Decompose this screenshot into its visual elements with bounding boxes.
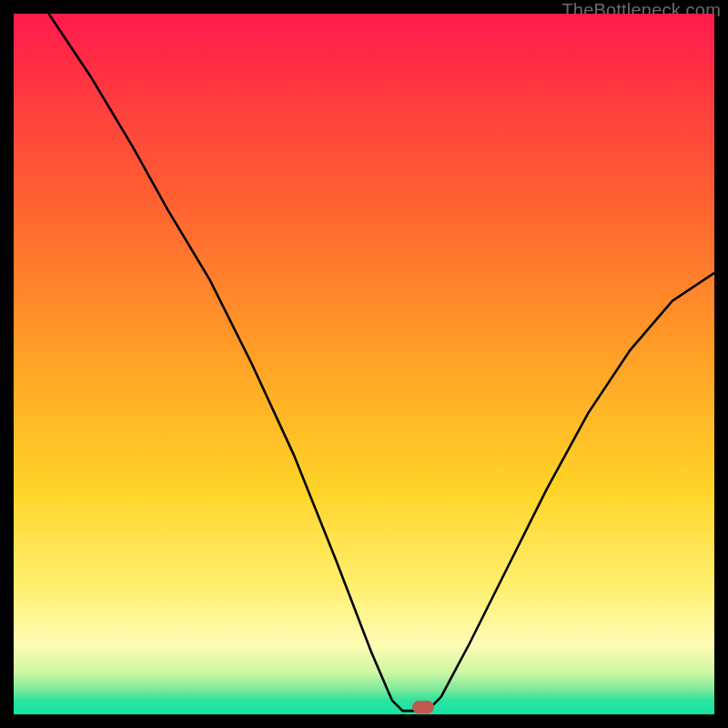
chart-frame: TheBottleneck.com	[0, 0, 728, 728]
plot-area	[14, 14, 714, 714]
min-marker	[412, 701, 434, 713]
curve-line	[14, 14, 714, 714]
